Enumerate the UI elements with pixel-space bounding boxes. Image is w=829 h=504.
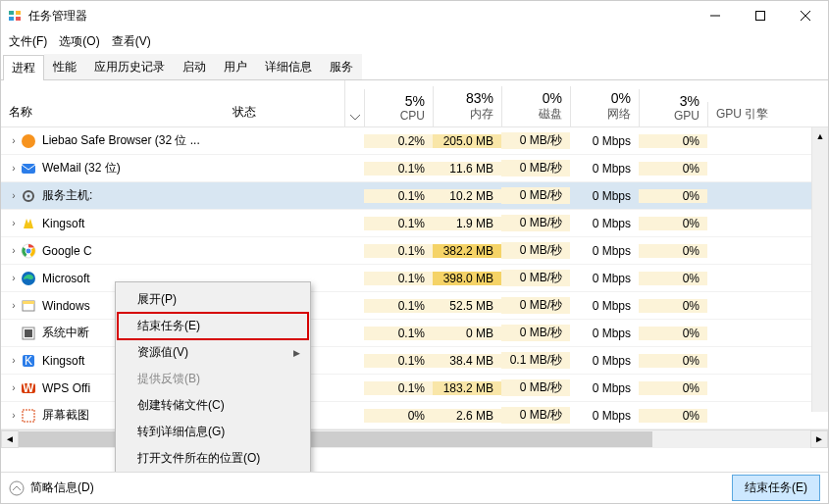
cpu-cell: 0.1% [364, 244, 433, 258]
ctx-expand[interactable]: 展开(P) [118, 286, 308, 313]
col-gpu[interactable]: 3% GPU [639, 89, 707, 126]
expander-icon[interactable]: › [7, 382, 21, 393]
expander-icon[interactable]: › [7, 218, 21, 228]
process-name: Liebao Safe Browser (32 位 ... [42, 132, 200, 149]
mem-label: 内存 [470, 106, 493, 123]
gpu-cell: 0% [639, 381, 707, 395]
col-disk[interactable]: 0% 磁盘 [501, 86, 570, 126]
footer-bar: 简略信息(D) 结束任务(E) [1, 472, 828, 503]
gpu-total: 3% [680, 93, 699, 109]
table-row[interactable]: ›Kingsoft0.1%1.9 MB0 MB/秒0 Mbps0% [1, 210, 828, 237]
cpu-total: 5% [405, 93, 425, 109]
tab-details[interactable]: 详细信息 [256, 54, 321, 79]
disk-cell: 0 MB/秒 [501, 407, 570, 424]
gpu-cell: 0% [639, 134, 707, 148]
gpu-cell: 0% [639, 189, 707, 203]
net-label: 网络 [607, 106, 631, 123]
disk-cell: 0 MB/秒 [501, 325, 570, 341]
end-task-button[interactable]: 结束任务(E) [732, 475, 820, 501]
cpu-cell: 0.1% [364, 299, 433, 313]
process-icon: K [21, 353, 36, 369]
svg-text:W: W [23, 381, 34, 395]
net-cell: 0 Mbps [570, 272, 639, 285]
mem-cell: 382.2 MB [433, 244, 501, 258]
expander-icon[interactable]: › [7, 273, 21, 283]
cpu-cell: 0.1% [364, 217, 433, 230]
process-icon [21, 243, 36, 259]
tab-performance[interactable]: 性能 [44, 54, 85, 79]
process-name: WeMail (32 位) [42, 160, 121, 176]
vertical-scrollbar[interactable]: ▲ [811, 127, 828, 412]
col-net[interactable]: 0% 网络 [570, 86, 639, 126]
expander-icon[interactable]: › [7, 190, 21, 201]
table-row[interactable]: ›Liebao Safe Browser (32 位 ...0.2%205.0 … [1, 127, 828, 155]
process-icon [21, 326, 36, 341]
disk-cell: 0 MB/秒 [501, 270, 570, 286]
tab-history[interactable]: 应用历史记录 [85, 54, 174, 79]
menu-view[interactable]: 查看(V) [106, 31, 157, 52]
svg-rect-25 [23, 410, 34, 422]
disk-cell: 0 MB/秒 [501, 242, 570, 259]
cpu-cell: 0.2% [364, 134, 433, 148]
cpu-label: CPU [400, 109, 425, 123]
cpu-cell: 0.1% [364, 381, 433, 395]
ctx-dump[interactable]: 创建转储文件(C) [118, 392, 308, 419]
expander-icon[interactable]: › [7, 163, 21, 174]
col-name[interactable]: 名称 [1, 80, 227, 126]
table-row[interactable]: ›Google C0.1%382.2 MB0 MB/秒0 Mbps0% [1, 237, 828, 265]
mem-cell: 398.0 MB [433, 272, 501, 285]
col-status[interactable]: 状态 [227, 80, 344, 126]
svg-rect-1 [16, 11, 21, 15]
cpu-cell: 0.1% [364, 327, 433, 340]
tab-services[interactable]: 服务 [321, 54, 362, 79]
disk-cell: 0.1 MB/秒 [501, 352, 570, 369]
expander-icon[interactable]: › [7, 300, 21, 311]
table-row[interactable]: ›WeMail (32 位)0.1%11.6 MB0 MB/秒0 Mbps0% [1, 155, 828, 182]
net-cell: 0 Mbps [570, 134, 639, 148]
disk-cell: 0 MB/秒 [501, 215, 570, 231]
process-name: Microsoft [42, 272, 90, 285]
gpu-cell: 0% [639, 327, 707, 340]
maximize-button[interactable] [738, 1, 783, 30]
disk-total: 0% [543, 90, 562, 106]
tab-users[interactable]: 用户 [215, 54, 256, 79]
menu-options[interactable]: 选项(O) [53, 31, 105, 52]
expander-icon[interactable]: › [7, 355, 21, 366]
ctx-end-task[interactable]: 结束任务(E) [118, 313, 308, 339]
process-icon [21, 216, 36, 231]
process-name: 屏幕截图 [42, 407, 89, 424]
ctx-goto-details[interactable]: 转到详细信息(G) [118, 419, 308, 445]
title-bar: 任务管理器 [1, 1, 828, 30]
svg-text:K: K [25, 354, 32, 368]
fewer-details-button[interactable]: 简略信息(D) [9, 479, 94, 496]
process-name: Kingsoft [42, 354, 84, 368]
tab-startup[interactable]: 启动 [174, 54, 215, 79]
tab-processes[interactable]: 进程 [3, 55, 44, 80]
gpu-cell: 0% [639, 162, 707, 176]
mem-cell: 11.6 MB [433, 162, 501, 176]
expander-icon[interactable]: › [7, 245, 21, 256]
ctx-values[interactable]: 资源值(V) [118, 339, 308, 366]
expander-icon[interactable]: › [7, 135, 21, 146]
gpu-label: GPU [674, 109, 699, 123]
chevron-up-circle-icon [9, 480, 25, 496]
process-icon [21, 298, 36, 314]
mem-cell: 38.4 MB [433, 354, 501, 368]
col-cpu[interactable]: 5% CPU [364, 89, 433, 126]
fewer-details-label: 简略信息(D) [30, 479, 94, 496]
process-name: Windows [42, 299, 90, 313]
close-button[interactable] [783, 1, 828, 30]
col-gpu-engine[interactable]: GPU 引擎 [707, 102, 828, 126]
menu-file[interactable]: 文件(F) [3, 31, 53, 52]
ctx-feedback: 提供反馈(B) [118, 366, 308, 392]
net-cell: 0 Mbps [570, 244, 639, 258]
ctx-open-location[interactable]: 打开文件所在的位置(O) [118, 445, 308, 472]
col-mem[interactable]: 83% 内存 [433, 86, 501, 126]
net-cell: 0 Mbps [570, 409, 639, 423]
svg-rect-3 [16, 17, 21, 21]
expander-icon[interactable]: › [7, 410, 21, 421]
chevron-down-icon [350, 115, 360, 121]
minimize-button[interactable] [693, 1, 738, 30]
mem-cell: 52.5 MB [433, 299, 501, 313]
table-row[interactable]: ›服务主机: 0.1%10.2 MB0 MB/秒0 Mbps0% [1, 182, 828, 210]
